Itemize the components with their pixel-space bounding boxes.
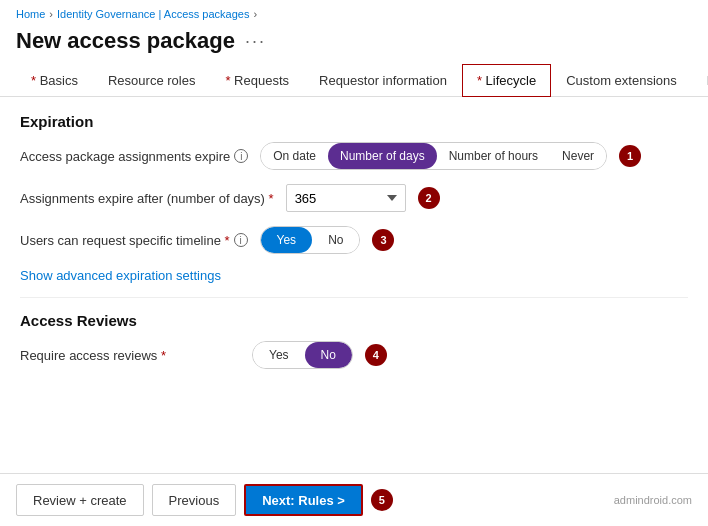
assignments-expire-row: Access package assignments expire i On d… bbox=[20, 142, 688, 170]
tab-basics[interactable]: * Basics bbox=[16, 64, 93, 97]
previous-button[interactable]: Previous bbox=[152, 484, 237, 516]
tab-lifecycle[interactable]: * Lifecycle bbox=[462, 64, 551, 97]
specific-timeline-info-icon[interactable]: i bbox=[234, 233, 248, 247]
require-access-reviews-row: Require access reviews * Yes No 4 bbox=[20, 341, 688, 369]
next-rules-button[interactable]: Next: Rules > bbox=[244, 484, 363, 516]
breadcrumb-home[interactable]: Home bbox=[16, 8, 45, 20]
step1-badge: 1 bbox=[619, 145, 641, 167]
access-reviews-section-title: Access Reviews bbox=[20, 312, 688, 329]
review-create-button[interactable]: Review + create bbox=[16, 484, 144, 516]
step2-badge: 2 bbox=[418, 187, 440, 209]
tab-requestor-info[interactable]: Requestor information bbox=[304, 64, 462, 97]
tab-bar: * Basics Resource roles * Requests Reque… bbox=[0, 64, 708, 97]
tab-resource-roles[interactable]: Resource roles bbox=[93, 64, 210, 97]
specific-timeline-toggle: Yes No bbox=[260, 226, 361, 254]
assignments-expire-label: Access package assignments expire i bbox=[20, 149, 248, 164]
brand-label: admindroid.com bbox=[614, 494, 692, 506]
footer: Review + create Previous Next: Rules > 5… bbox=[0, 473, 708, 526]
specific-timeline-yes[interactable]: Yes bbox=[261, 227, 313, 253]
expire-after-row: Assignments expire after (number of days… bbox=[20, 184, 688, 212]
page-title: New access package bbox=[16, 28, 235, 54]
page-container: Home › Identity Governance | Access pack… bbox=[0, 0, 708, 526]
step3-badge: 3 bbox=[372, 229, 394, 251]
specific-timeline-row: Users can request specific timeline * i … bbox=[20, 226, 688, 254]
expiration-section-title: Expiration bbox=[20, 113, 688, 130]
toggle-never[interactable]: Never bbox=[550, 143, 606, 169]
tab-custom-extensions[interactable]: Custom extensions bbox=[551, 64, 692, 97]
tab-review-create[interactable]: Review + create bbox=[692, 64, 708, 97]
toggle-number-of-hours[interactable]: Number of hours bbox=[437, 143, 550, 169]
access-reviews-yes[interactable]: Yes bbox=[253, 342, 305, 368]
specific-timeline-label: Users can request specific timeline * i bbox=[20, 233, 248, 248]
main-content: Expiration Access package assignments ex… bbox=[0, 97, 708, 473]
access-reviews-toggle: Yes No bbox=[252, 341, 353, 369]
toggle-number-of-days[interactable]: Number of days bbox=[328, 143, 437, 169]
section-divider bbox=[20, 297, 688, 298]
breadcrumb-identity-governance[interactable]: Identity Governance | Access packages bbox=[57, 8, 249, 20]
expire-after-label: Assignments expire after (number of days… bbox=[20, 191, 274, 206]
breadcrumb: Home › Identity Governance | Access pack… bbox=[0, 0, 708, 24]
page-options-dots[interactable]: ··· bbox=[245, 31, 266, 52]
page-header: New access package ··· bbox=[0, 24, 708, 64]
access-reviews-no[interactable]: No bbox=[305, 342, 352, 368]
specific-timeline-no[interactable]: No bbox=[312, 227, 359, 253]
advanced-expiration-link[interactable]: Show advanced expiration settings bbox=[20, 268, 221, 283]
step4-badge: 4 bbox=[365, 344, 387, 366]
expiration-toggle-group: On date Number of days Number of hours N… bbox=[260, 142, 607, 170]
tab-requests[interactable]: * Requests bbox=[210, 64, 304, 97]
toggle-on-date[interactable]: On date bbox=[261, 143, 328, 169]
step5-badge: 5 bbox=[371, 489, 393, 511]
expire-after-select[interactable]: 365 30 90 180 bbox=[286, 184, 406, 212]
assignments-expire-info-icon[interactable]: i bbox=[234, 149, 248, 163]
footer-buttons: Review + create Previous Next: Rules > 5 bbox=[16, 484, 393, 516]
require-access-reviews-label: Require access reviews * bbox=[20, 348, 240, 363]
